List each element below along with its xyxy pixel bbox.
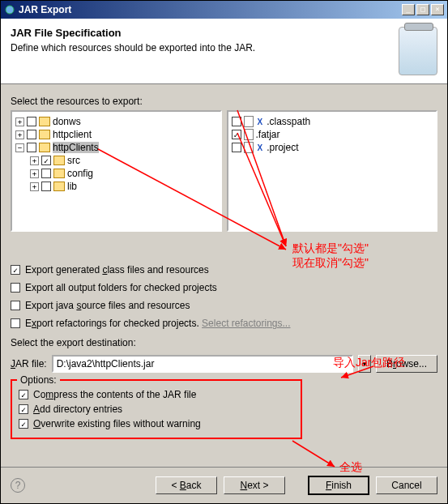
next-button[interactable]: Next > <box>224 476 285 494</box>
help-icon[interactable]: ? <box>11 478 25 493</box>
page-title: JAR File Specification <box>11 27 399 39</box>
checkbox-label: Add directory entries <box>33 404 122 415</box>
expand-toggle[interactable]: + <box>30 182 39 191</box>
select-refactorings-link[interactable]: Select refactorings... <box>202 318 290 329</box>
jar-file-label: JAR file: <box>11 358 47 369</box>
checkbox-label: Compress the contents of the JAR file <box>33 389 196 400</box>
checkbox[interactable] <box>19 419 28 429</box>
tree-item-config: + config <box>15 167 217 180</box>
file-item-fatjar: .fatjar <box>232 128 433 141</box>
button-bar: ? < Back Next > Finish Cancel <box>1 467 447 503</box>
tree-label[interactable]: httpClients <box>53 142 99 153</box>
file-pane[interactable]: X .classpath .fatjar X .project <box>227 110 438 232</box>
titlebar: JAR Export _ □ × <box>1 1 447 19</box>
checkbox-label: Export java source files and resources <box>25 300 190 311</box>
checkbox[interactable] <box>232 117 241 126</box>
tree-item-src: + src <box>15 154 217 167</box>
jar-file-value: D:\java2\httpClients.jar <box>57 358 348 369</box>
file-icon <box>244 142 254 153</box>
svg-point-0 <box>6 6 14 14</box>
checkbox[interactable] <box>41 182 51 191</box>
options-group: Options: Compress the contents of the JA… <box>11 379 302 439</box>
maximize-button[interactable]: □ <box>416 4 429 15</box>
tree-item-httpclients: − httpClients <box>15 141 217 154</box>
tree-pane[interactable]: + donws + httpclient − httpClients <box>11 110 222 232</box>
window-title: JAR Export <box>19 4 402 15</box>
file-icon <box>244 116 254 127</box>
folder-icon <box>39 143 50 152</box>
expand-toggle[interactable]: + <box>30 156 39 165</box>
dropdown-arrow-icon[interactable]: ▼ <box>358 355 371 373</box>
checkbox-label: Export all output folders for checked pr… <box>25 282 217 293</box>
checkbox[interactable] <box>11 318 20 328</box>
tree-label[interactable]: lib <box>67 181 77 192</box>
destination-label: Select the export destination: <box>11 337 437 348</box>
tree-label[interactable]: httpclient <box>53 129 92 140</box>
tree-item-httpclient: + httpclient <box>15 128 217 141</box>
folder-icon <box>53 169 65 178</box>
folder-icon <box>53 182 65 191</box>
checkbox[interactable] <box>232 143 241 152</box>
close-button[interactable]: × <box>431 4 444 15</box>
tree-item-donws: + donws <box>15 115 217 128</box>
checkbox-label: Overwrite existing files without warning <box>33 418 201 429</box>
opt-export-output-folders: Export all output folders for checked pr… <box>11 282 437 293</box>
tree-label[interactable]: config <box>67 168 93 179</box>
checkbox[interactable] <box>19 390 28 399</box>
app-icon <box>4 4 15 15</box>
page-subtitle: Define which resources should be exporte… <box>11 42 399 53</box>
opt-overwrite: Overwrite existing files without warning <box>19 418 294 429</box>
tree-item-lib: + lib <box>15 180 217 193</box>
checkbox-label: Export refactorings for checked projects… <box>25 318 291 329</box>
checkbox[interactable] <box>232 130 241 139</box>
wizard-header: JAR File Specification Define which reso… <box>1 19 447 84</box>
folder-icon <box>39 117 50 126</box>
svg-line-5 <box>292 441 335 467</box>
opt-export-class-files: Export generated class files and resourc… <box>11 264 437 275</box>
opt-add-directory: Add directory entries <box>19 404 294 415</box>
cancel-button[interactable]: Cancel <box>376 476 437 494</box>
checkbox[interactable] <box>11 283 20 293</box>
file-item-project: X .project <box>232 141 433 154</box>
back-button[interactable]: < Back <box>156 476 217 494</box>
opt-export-refactorings: Export refactorings for checked projects… <box>11 318 437 329</box>
jar-file-combo[interactable]: D:\java2\httpClients.jar <box>52 355 353 373</box>
jar-icon <box>399 27 437 75</box>
tree-label[interactable]: src <box>67 155 80 166</box>
checkbox[interactable] <box>27 143 36 152</box>
expand-toggle[interactable]: − <box>15 143 24 152</box>
opt-export-java-source: Export java source files and resources <box>11 300 437 311</box>
minimize-button[interactable]: _ <box>402 4 415 15</box>
checkbox[interactable] <box>11 265 20 275</box>
checkbox[interactable] <box>27 130 36 139</box>
tree-label[interactable]: donws <box>53 116 81 127</box>
package-icon <box>53 156 65 165</box>
checkbox-label: Export generated class files and resourc… <box>25 264 209 275</box>
file-label[interactable]: .classpath <box>267 116 310 127</box>
checkbox[interactable] <box>41 169 51 178</box>
resources-label: Select the resources to export: <box>11 96 437 107</box>
checkbox[interactable] <box>11 301 20 310</box>
checkbox[interactable] <box>27 117 36 126</box>
checkbox[interactable] <box>19 404 28 414</box>
folder-icon <box>39 130 50 139</box>
options-group-title: Options: <box>17 374 60 386</box>
checkbox[interactable] <box>41 156 51 165</box>
expand-toggle[interactable]: + <box>30 169 39 178</box>
browse-button[interactable]: Browse... <box>376 355 437 373</box>
finish-button[interactable]: Finish <box>308 476 369 495</box>
file-icon <box>244 129 254 140</box>
opt-compress: Compress the contents of the JAR file <box>19 389 294 400</box>
file-item-classpath: X .classpath <box>232 115 433 128</box>
file-label[interactable]: .project <box>267 142 298 153</box>
resource-panes: + donws + httpclient − httpClients <box>11 110 437 232</box>
file-label[interactable]: .fatjar <box>256 129 280 140</box>
expand-toggle[interactable]: + <box>15 117 24 126</box>
expand-toggle[interactable]: + <box>15 130 24 139</box>
